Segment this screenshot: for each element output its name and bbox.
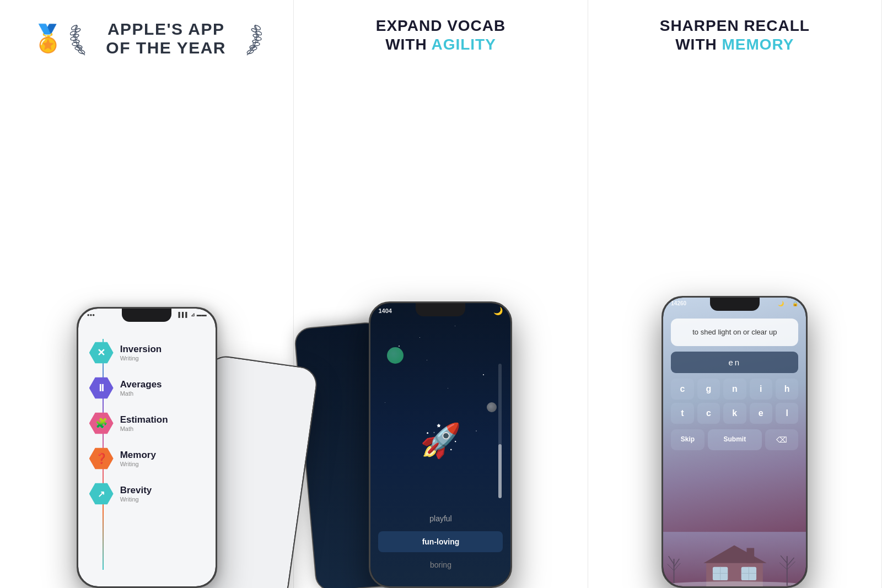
skip-button[interactable]: Skip (671, 429, 704, 450)
letter-grid-row2: t c k e l (671, 403, 798, 424)
lesson-cat-averages: Math (120, 390, 162, 397)
phones-group-panel2: 1404 🌙 (310, 70, 571, 588)
svg-point-1 (70, 30, 77, 36)
lock-icon-panel3: 🔒 (792, 301, 798, 306)
answer-choices: playful fun-loving boring (378, 508, 503, 575)
lessons-screen: ✕ Inversion Writing ⏸ Averages Math (78, 309, 216, 586)
phone-main-panel3: 14260 🌙 4 🔒 to shed light on or clear up… (662, 296, 808, 588)
lesson-text-estimation: Estimation Math (120, 414, 168, 432)
lesson-icon-brevity: ↗ (89, 482, 114, 506)
lesson-icon-memory: ❓ (89, 446, 114, 471)
lives-icon-panel2: 🌙 (493, 306, 503, 315)
lesson-name-averages: Averages (120, 379, 162, 390)
letter-h[interactable]: h (776, 379, 798, 400)
lesson-memory: ❓ Memory Writing (89, 446, 205, 471)
letter-t[interactable]: t (671, 403, 693, 424)
panel-agility: EXPAND VOCAB WITH AGILITY 1404 🌙 (294, 0, 588, 588)
lesson-inversion: ✕ Inversion Writing (89, 341, 205, 365)
svg-point-10 (254, 24, 261, 30)
laurel-left-icon: 🏅 (31, 25, 64, 52)
svg-point-0 (71, 24, 78, 30)
letter-grid-row1: c g n i h (671, 379, 798, 400)
score-bar (498, 364, 502, 498)
status-bar-panel1: ●●● ▌▌▌ ⊿ ▬▬ (78, 312, 216, 317)
lives-count-panel3: 🌙 4 (778, 301, 788, 306)
phones-group-panel1: ●●● ▌▌▌ ⊿ ▬▬ ✕ Inversion Wri (17, 72, 277, 588)
lesson-cat-brevity: Writing (120, 496, 152, 503)
letter-i[interactable]: i (750, 379, 772, 400)
panel-award: 🏅 APPLE'S APP OF THE YEAR (0, 0, 294, 588)
phone-main-panel1: ●●● ▌▌▌ ⊿ ▬▬ ✕ Inversion Wri (77, 307, 217, 588)
award-badge-area: 🏅 APPLE'S APP OF THE YEAR (31, 17, 262, 61)
laurel-left-svg-icon (70, 17, 100, 61)
status-right-panel3: 🌙 4 🔒 (778, 301, 799, 306)
lesson-cat-memory: Writing (120, 461, 156, 467)
memory-screen: to shed light on or clear up en c g n i … (663, 298, 806, 586)
planet-green-icon (387, 347, 404, 364)
lesson-name-brevity: Brevity (120, 485, 152, 496)
svg-rect-28 (747, 548, 755, 563)
agility-title: EXPAND VOCAB WITH AGILITY (376, 17, 506, 53)
status-icons-panel1: ▌▌▌ ⊿ ▬▬ (179, 312, 207, 317)
lessons-list: ✕ Inversion Writing ⏸ Averages Math (78, 336, 216, 510)
landscape-svg (663, 531, 806, 586)
submit-button[interactable]: Submit (708, 429, 762, 450)
award-heading: APPLE'S APP OF THE YEAR (106, 20, 226, 58)
lesson-name-inversion: Inversion (120, 344, 162, 355)
letter-k[interactable]: k (723, 403, 746, 424)
letter-n[interactable]: n (723, 379, 746, 400)
lesson-icon-averages: ⏸ (89, 376, 114, 400)
memory-title: SHARPEN RECALL WITH MEMORY (660, 17, 810, 53)
answer-input-bar: en (671, 352, 798, 373)
score-bar-fill (498, 444, 502, 498)
memory-heading: SHARPEN RECALL WITH MEMORY (660, 17, 810, 53)
lesson-estimation: 🧩 Estimation Math (89, 411, 205, 435)
phones-group-panel3: 14260 🌙 4 🔒 to shed light on or clear up… (605, 70, 865, 588)
lesson-text-averages: Averages Math (120, 379, 162, 397)
delete-button[interactable]: ⌫ (765, 429, 798, 450)
lesson-text-memory: Memory Writing (120, 450, 156, 467)
letter-c2[interactable]: c (697, 403, 720, 424)
lesson-name-memory: Memory (120, 450, 156, 461)
svg-point-18 (252, 40, 258, 43)
choice-funloving: fun-loving (378, 531, 503, 552)
svg-point-8 (74, 40, 79, 43)
agility-heading: EXPAND VOCAB WITH AGILITY (376, 17, 506, 53)
score-panel3: 14260 (671, 300, 686, 306)
choice-boring: boring (378, 554, 503, 575)
rocket-icon: 🚀 (420, 421, 461, 460)
choice-playful: playful (378, 508, 503, 529)
lesson-brevity: ↗ Brevity Writing (89, 482, 205, 506)
status-bar-panel2: 1404 🌙 (370, 306, 510, 315)
lesson-averages: ⏸ Averages Math (89, 376, 205, 400)
svg-point-11 (255, 30, 262, 36)
panel-memory: SHARPEN RECALL WITH MEMORY 14260 🌙 4 🔒 t… (588, 0, 882, 588)
lesson-text-brevity: Brevity Writing (120, 485, 152, 503)
lesson-icon-inversion: ✕ (89, 341, 114, 365)
letter-e[interactable]: e (750, 403, 772, 424)
planet-gray-icon (487, 402, 497, 412)
space-screen: 🚀 playful fun-loving boring (370, 303, 510, 586)
letter-l[interactable]: l (776, 403, 798, 424)
lesson-cat-inversion: Writing (120, 355, 162, 362)
lesson-icon-estimation: 🧩 (89, 411, 114, 435)
definition-card: to shed light on or clear up (671, 319, 798, 346)
landscape-scene (663, 531, 806, 586)
lesson-name-estimation: Estimation (120, 414, 168, 425)
award-text-block: APPLE'S APP OF THE YEAR (106, 20, 226, 58)
letter-g[interactable]: g (697, 379, 720, 400)
lesson-cat-estimation: Math (120, 425, 168, 432)
laurel-right-svg-icon (232, 17, 262, 61)
letter-c[interactable]: c (671, 379, 693, 400)
lesson-text-inversion: Inversion Writing (120, 344, 162, 362)
phone-main-panel2: 1404 🌙 (369, 301, 512, 588)
action-row: Skip Submit ⌫ (671, 429, 798, 450)
score-display-panel2: 1404 (378, 308, 391, 314)
status-bar-panel3: 14260 🌙 4 🔒 (663, 300, 806, 306)
